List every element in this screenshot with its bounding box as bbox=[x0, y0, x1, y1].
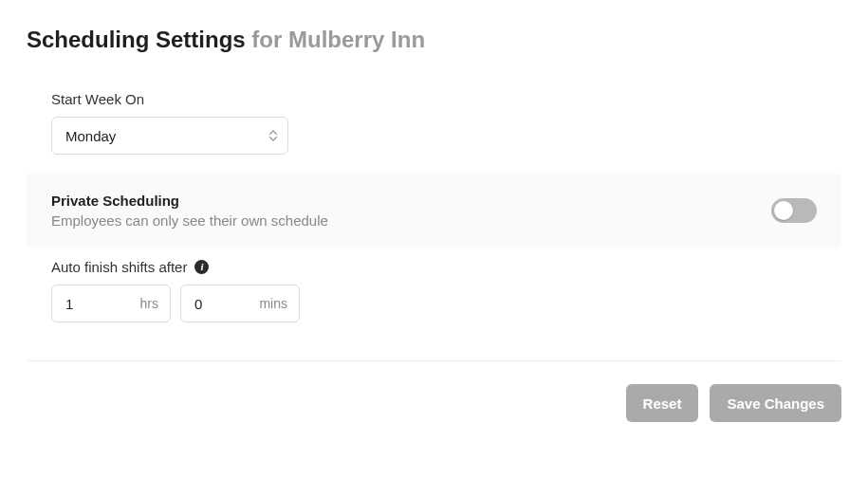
page-title-main: Scheduling Settings bbox=[27, 27, 246, 52]
toggle-knob bbox=[774, 201, 793, 220]
auto-finish-label: Auto finish shifts after bbox=[51, 259, 187, 275]
auto-finish-minutes-input[interactable] bbox=[193, 295, 240, 313]
auto-finish-minutes-field: mins bbox=[180, 285, 300, 322]
auto-finish-hours-field: hrs bbox=[51, 285, 171, 322]
auto-finish-section: Auto finish shifts after i hrs mins bbox=[27, 248, 841, 341]
start-week-section: Start Week On Monday bbox=[27, 80, 841, 174]
private-scheduling-section: Private Scheduling Employees can only se… bbox=[27, 174, 841, 248]
private-scheduling-toggle[interactable] bbox=[771, 198, 817, 223]
save-changes-button[interactable]: Save Changes bbox=[710, 384, 841, 422]
private-scheduling-title: Private Scheduling bbox=[51, 193, 328, 209]
hours-unit-label: hrs bbox=[140, 296, 158, 311]
start-week-select[interactable]: Monday bbox=[51, 117, 288, 155]
start-week-label: Start Week On bbox=[51, 91, 817, 107]
private-scheduling-help: Employees can only see their own schedul… bbox=[51, 212, 328, 229]
auto-finish-hours-input[interactable] bbox=[64, 295, 111, 313]
footer-actions: Reset Save Changes bbox=[27, 361, 841, 445]
page-title: Scheduling Settings for Mulberry Inn bbox=[27, 27, 841, 53]
info-icon[interactable]: i bbox=[194, 260, 209, 274]
reset-button[interactable]: Reset bbox=[626, 384, 699, 422]
page-title-subtitle: for Mulberry Inn bbox=[251, 27, 425, 52]
minutes-unit-label: mins bbox=[259, 296, 287, 311]
